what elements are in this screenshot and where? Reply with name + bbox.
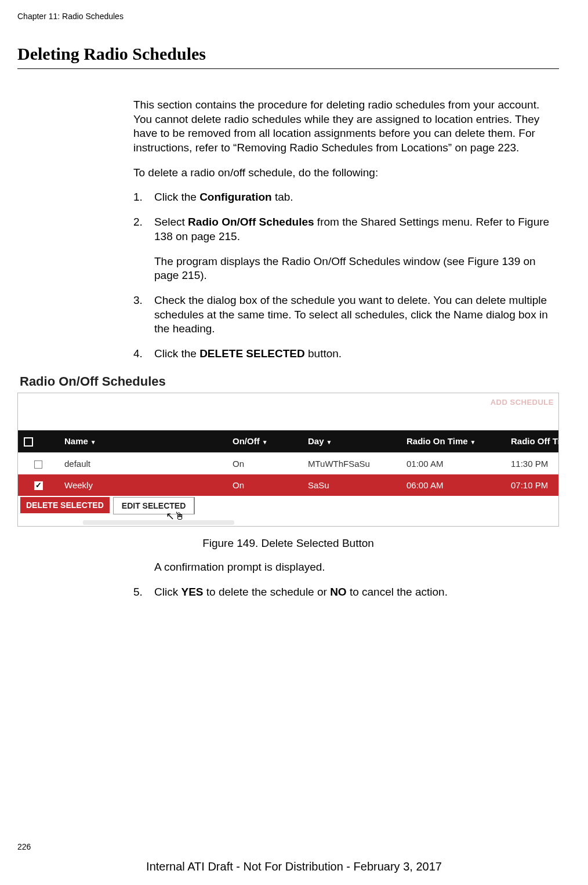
step-bold: YES — [181, 586, 203, 598]
title-divider — [17, 68, 559, 69]
body-content-lower: A confirmation prompt is displayed. 5. C… — [133, 560, 559, 599]
step-3: 3. Check the dialog box of the schedule … — [133, 293, 559, 336]
header-day[interactable]: Day▼ — [302, 430, 401, 453]
footer: Internal ATI Draft - Not For Distributio… — [0, 860, 588, 873]
step-text: tab. — [272, 191, 293, 203]
header-checkbox-cell[interactable] — [18, 430, 59, 453]
cell-onoff: On — [227, 474, 302, 496]
lead-sentence: To delete a radio on/off schedule, do th… — [133, 166, 559, 180]
cell-ontime: 06:00 AM — [401, 474, 505, 496]
cell-day: SaSu — [302, 474, 401, 496]
step-number: 3. — [133, 293, 143, 308]
step-text: Check the dialog box of the schedule you… — [154, 294, 548, 335]
step-4: 4. Click the DELETE SELECTED button. — [133, 347, 559, 361]
cell-offtime: 11:30 PM — [505, 452, 559, 474]
body-content: This section contains the procedure for … — [133, 98, 559, 361]
step-2-sub: The program displays the Radio On/Off Sc… — [154, 255, 559, 283]
cell-ontime: 01:00 AM — [401, 452, 505, 474]
step-bold: NO — [330, 586, 347, 598]
button-row: DELETE SELECTED EDIT SELECTED ↖🖱 — [18, 496, 558, 518]
step-2: 2. Select Radio On/Off Schedules from th… — [133, 215, 559, 283]
horizontal-scrollbar[interactable] — [83, 520, 234, 525]
table-row-selected[interactable]: ✓ Weekly On SaSu 06:00 AM 07:10 PM — [18, 474, 559, 496]
table-row[interactable]: default On MTuWThFSaSu 01:00 AM 11:30 PM — [18, 452, 559, 474]
figure-149: Radio On/Off Schedules ADD SCHEDULE Name… — [17, 372, 559, 527]
header-offtime[interactable]: Radio Off Time▼ — [505, 430, 559, 453]
step-number: 5. — [133, 585, 143, 600]
header-onoff[interactable]: On/Off▼ — [227, 430, 302, 453]
header-onoff-label: On/Off — [233, 436, 260, 446]
step-number: 2. — [133, 215, 143, 230]
step-number: 1. — [133, 190, 143, 205]
delete-selected-button[interactable]: DELETE SELECTED — [20, 497, 110, 513]
schedules-table: Name▼ On/Off▼ Day▼ Radio On Time▼ Radio … — [18, 430, 559, 496]
select-all-checkbox[interactable] — [24, 437, 33, 447]
step-number: 4. — [133, 347, 143, 361]
step-bold: Configuration — [199, 191, 272, 203]
header-name-label: Name — [64, 436, 88, 446]
header-name[interactable]: Name▼ — [59, 430, 227, 453]
cell-name: Weekly — [59, 474, 227, 496]
step-bold: Radio On/Off Schedules — [188, 216, 314, 228]
step-1: 1. Click the Configuration tab. — [133, 190, 559, 205]
confirmation-paragraph: A confirmation prompt is displayed. — [154, 560, 559, 575]
screenshot-frame: ADD SCHEDULE Name▼ On/Off▼ Day▼ Radio On… — [17, 393, 559, 527]
sort-arrow-icon: ▼ — [90, 439, 96, 445]
procedure-list-cont: 5. Click YES to delete the schedule or N… — [133, 585, 559, 600]
header-ontime-label: Radio On Time — [406, 436, 468, 446]
figure-caption: Figure 149. Delete Selected Button — [17, 537, 559, 550]
step-bold: DELETE SELECTED — [199, 347, 305, 360]
screenshot-title: Radio On/Off Schedules — [17, 372, 559, 393]
sort-arrow-icon: ▼ — [326, 439, 332, 445]
page-number: 226 — [17, 842, 31, 851]
row-checkbox[interactable] — [34, 460, 42, 469]
cursor-icon: ↖🖱 — [166, 510, 185, 523]
sort-arrow-icon: ▼ — [470, 439, 476, 445]
cell-name: default — [59, 452, 227, 474]
header-day-label: Day — [308, 436, 324, 446]
row-checkbox-checked[interactable]: ✓ — [34, 481, 43, 490]
step-text: Click the — [154, 347, 199, 360]
add-schedule-button[interactable]: ADD SCHEDULE — [491, 398, 554, 407]
procedure-list: 1. Click the Configuration tab. 2. Selec… — [133, 190, 559, 361]
section-title: Deleting Radio Schedules — [17, 44, 559, 64]
cell-day: MTuWThFSaSu — [302, 452, 401, 474]
table-header-row: Name▼ On/Off▼ Day▼ Radio On Time▼ Radio … — [18, 430, 559, 453]
step-5: 5. Click YES to delete the schedule or N… — [133, 585, 559, 600]
cell-offtime: 07:10 PM — [505, 474, 559, 496]
step-text: to cancel the action. — [347, 586, 448, 598]
step-text: Click — [154, 586, 181, 598]
chapter-header: Chapter 11: Radio Schedules — [17, 12, 559, 21]
intro-paragraph: This section contains the procedure for … — [133, 98, 559, 155]
cell-onoff: On — [227, 452, 302, 474]
header-offtime-label: Radio Off Time — [511, 436, 559, 446]
step-text: button. — [305, 347, 342, 360]
screenshot-toolbar-gap: ADD SCHEDULE — [18, 393, 558, 430]
step-text: Click the — [154, 191, 199, 203]
step-text: to delete the schedule or — [203, 586, 330, 598]
step-text: Select — [154, 216, 188, 228]
header-ontime[interactable]: Radio On Time▼ — [401, 430, 505, 453]
sort-arrow-icon: ▼ — [262, 439, 268, 445]
